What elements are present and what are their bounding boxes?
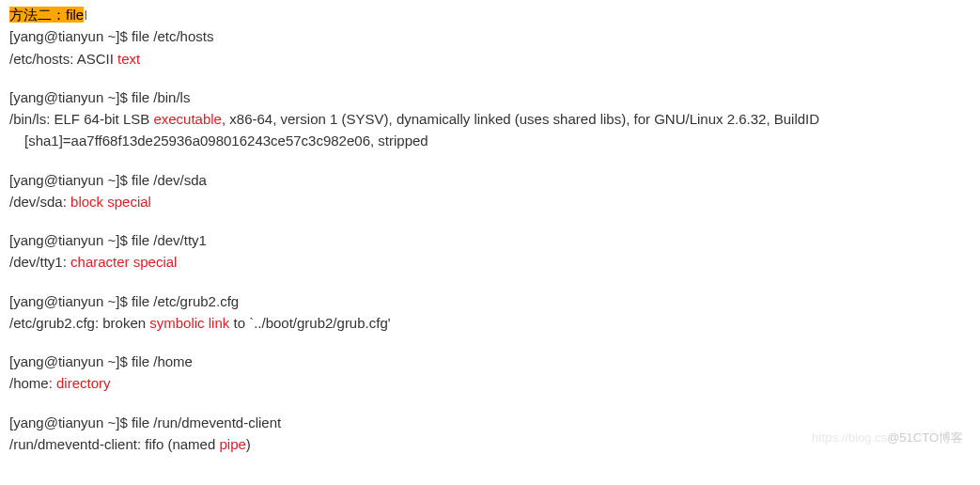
command-line: [yang@tianyun ~]$ file /etc/hosts <box>9 25 971 47</box>
output-red: block special <box>70 194 151 210</box>
output-red: pipe <box>219 436 245 452</box>
output-line: /bin/ls: ELF 64-bit LSB executable, x86-… <box>9 108 971 130</box>
output-line: /etc/hosts: ASCII text <box>9 48 971 70</box>
command-text: file /run/dmeventd-client <box>132 415 281 430</box>
output-red: executable <box>153 111 222 127</box>
output-after: to `../boot/grub2/grub.cfg' <box>229 315 390 331</box>
command-text: file /dev/tty1 <box>132 232 207 248</box>
command-block-3: [yang@tianyun ~]$ file /dev/tty1 /dev/tt… <box>9 229 971 274</box>
command-block-5: [yang@tianyun ~]$ file /home /home: dire… <box>9 351 971 395</box>
prompt: [yang@tianyun ~]$ <box>9 89 132 105</box>
command-text: file /etc/grub2.cfg <box>132 293 239 309</box>
command-line: [yang@tianyun ~]$ file /dev/tty1 <box>9 229 971 251</box>
command-line: [yang@tianyun ~]$ file /etc/grub2.cfg <box>9 290 971 312</box>
output-line: /etc/grub2.cfg: broken symbolic link to … <box>9 312 971 334</box>
command-block-2: [yang@tianyun ~]$ file /dev/sda /dev/sda… <box>9 169 971 213</box>
watermark: https://blog.cs@51CTO博客 <box>812 429 963 447</box>
prompt: [yang@tianyun ~]$ <box>9 28 132 44</box>
output-before: /dev/sda: <box>9 194 70 210</box>
output-red: text <box>117 51 140 67</box>
output-line: /dev/sda: block special <box>9 191 971 212</box>
output-line: /home: directory <box>9 372 971 394</box>
header-line: 方法二：fileI <box>9 4 971 25</box>
command-block-1: [yang@tianyun ~]$ file /bin/ls /bin/ls: … <box>9 86 971 152</box>
output-before: /bin/ls: ELF 64-bit LSB <box>9 111 153 127</box>
output-before: /run/dmeventd-client: fifo (named <box>9 436 219 452</box>
output-after: , x86-64, version 1 (SYSV), dynamically … <box>222 111 819 127</box>
output-line-2: [sha1]=aa7ff68f13de25936a098016243ce57c3… <box>9 130 971 151</box>
output-before: /dev/tty1: <box>9 254 70 270</box>
output-red: character special <box>70 254 177 270</box>
prompt: [yang@tianyun ~]$ <box>9 293 132 309</box>
output-after: ) <box>246 436 251 452</box>
output-line: /dev/tty1: character special <box>9 251 971 273</box>
prompt: [yang@tianyun ~]$ <box>9 172 132 188</box>
command-line: [yang@tianyun ~]$ file /bin/ls <box>9 86 971 108</box>
prompt: [yang@tianyun ~]$ <box>9 232 132 248</box>
watermark-text: @51CTO博客 <box>887 430 963 445</box>
watermark-faint: https://blog.cs <box>812 430 887 445</box>
command-block-4: [yang@tianyun ~]$ file /etc/grub2.cfg /e… <box>9 290 971 335</box>
output-line2-text: [sha1]=aa7ff68f13de25936a098016243ce57c3… <box>24 133 428 149</box>
output-red: symbolic link <box>149 315 229 331</box>
output-red: directory <box>56 375 111 391</box>
command-text: file /dev/sda <box>132 172 207 188</box>
output-before: /etc/grub2.cfg: broken <box>9 315 149 331</box>
output-before: /etc/hosts: ASCII <box>9 51 117 67</box>
prompt: [yang@tianyun ~]$ <box>9 353 132 369</box>
prompt: [yang@tianyun ~]$ <box>9 415 132 430</box>
output-before: /home: <box>9 375 56 391</box>
command-text: file /etc/hosts <box>132 28 214 44</box>
command-line: [yang@tianyun ~]$ file /home <box>9 351 971 372</box>
command-line: [yang@tianyun ~]$ file /dev/sda <box>9 169 971 191</box>
command-text: file /home <box>132 353 193 369</box>
text-cursor-icon: I <box>84 7 87 23</box>
command-block-0: [yang@tianyun ~]$ file /etc/hosts /etc/h… <box>9 25 971 70</box>
command-text: file /bin/ls <box>132 89 191 105</box>
header-highlight: 方法二：file <box>9 7 84 23</box>
